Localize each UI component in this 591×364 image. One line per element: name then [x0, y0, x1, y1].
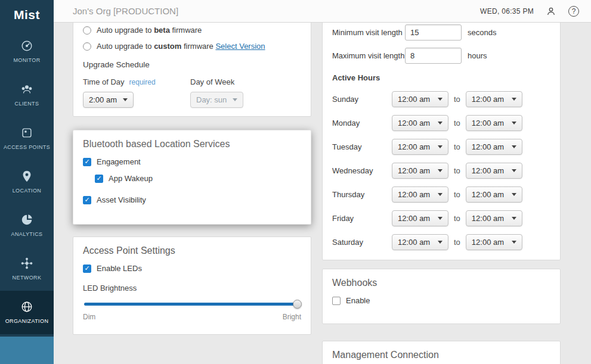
day-to-dropdown[interactable]: 12:00 am	[466, 91, 522, 107]
datetime-text: WED, 06:35 PM	[480, 7, 534, 15]
sidebar-item-analytics[interactable]: ANALYTICS	[0, 204, 54, 247]
slider-labels: Dim Bright	[83, 313, 301, 321]
sidebar-item-label: LOCATION	[10, 188, 44, 194]
day-name: Friday	[332, 214, 392, 223]
app-wakeup-checkbox[interactable]	[95, 175, 103, 183]
firmware-upgrade-card: Auto upgrade to beta firmware Auto upgra…	[73, 23, 311, 117]
radio-label: Auto upgrade to custom firmware Select V…	[97, 42, 265, 51]
top-header: Jon's Org [PRODUCTION] WED, 06:35 PM	[54, 0, 591, 23]
to-label: to	[454, 238, 460, 247]
asset-visibility-row: Asset Visibility	[83, 195, 301, 204]
sidebar-item-clients[interactable]: CLIENTS	[0, 73, 54, 117]
day-of-week-dropdown: Day: sun	[190, 92, 243, 108]
sidebar-item-location[interactable]: LOCATION	[0, 160, 54, 204]
engagement-row: Engagement	[83, 157, 301, 166]
upgrade-schedule-label: Upgrade Schedule	[83, 60, 301, 69]
day-row-saturday: Saturday 12:00 am to 12:00 am	[332, 230, 550, 254]
day-to-dropdown[interactable]: 12:00 am	[466, 186, 522, 203]
access-points-icon	[20, 126, 34, 140]
chevron-down-icon	[512, 169, 516, 172]
day-row-wednesday: Wednesday 12:00 am to 12:00 am	[332, 158, 550, 182]
webhooks-enable-checkbox[interactable]	[332, 297, 341, 305]
radio-label: Auto upgrade to beta firmware	[97, 26, 202, 35]
day-name: Monday	[332, 119, 392, 127]
day-to-dropdown[interactable]: 12:00 am	[466, 210, 522, 226]
app-root: Mist MONITOR CLIENTS ACCESS POINTS LOCAT…	[0, 0, 591, 364]
day-of-week-field: Day of Week Day: sun	[190, 77, 298, 108]
custom-firmware-radio[interactable]	[83, 42, 91, 51]
to-label: to	[454, 119, 460, 127]
chevron-down-icon	[438, 241, 443, 244]
min-visit-label: Minimum visit length	[332, 28, 405, 37]
day-from-dropdown[interactable]: 12:00 am	[392, 210, 448, 226]
day-name: Sunday	[332, 95, 392, 104]
max-visit-input[interactable]	[405, 48, 462, 64]
network-icon	[20, 256, 34, 270]
checkbox-label: Asset Visibility	[97, 195, 146, 204]
sidebar-item-label: ACCESS POINTS	[1, 144, 52, 151]
sidebar-item-label: ORGANIZATION	[3, 318, 51, 325]
chevron-down-icon	[438, 217, 443, 220]
led-brightness-slider[interactable]	[84, 300, 300, 309]
day-name: Thursday	[332, 190, 392, 199]
sidebar-footer	[0, 337, 54, 364]
mist-logo[interactable]: Mist	[0, 0, 54, 30]
chevron-down-icon	[438, 122, 443, 125]
sidebar: Mist MONITOR CLIENTS ACCESS POINTS LOCAT…	[0, 0, 54, 364]
select-version-link[interactable]: Select Version	[215, 42, 265, 51]
management-card-title: Management Connection	[332, 350, 550, 360]
chevron-down-icon	[512, 145, 516, 148]
day-to-dropdown[interactable]: 12:00 am	[466, 139, 522, 155]
sidebar-item-label: CLIENTS	[13, 101, 42, 107]
day-from-dropdown[interactable]: 12:00 am	[392, 234, 448, 250]
day-from-dropdown[interactable]: 12:00 am	[392, 91, 448, 107]
sidebar-item-monitor[interactable]: MONITOR	[0, 30, 54, 73]
asset-visibility-checkbox[interactable]	[83, 196, 91, 204]
enable-leds-checkbox[interactable]	[83, 265, 91, 273]
engagement-checkbox[interactable]	[83, 158, 91, 166]
beta-firmware-radio[interactable]	[83, 26, 91, 35]
chevron-down-icon	[438, 145, 443, 148]
slider-min-label: Dim	[83, 313, 95, 321]
webhooks-enable-row: Enable	[332, 296, 550, 305]
min-visit-input[interactable]	[405, 24, 462, 41]
day-from-dropdown[interactable]: 12:00 am	[392, 115, 448, 131]
app-wakeup-row: App Wakeup	[95, 174, 301, 183]
day-name: Tuesday	[332, 142, 392, 151]
sidebar-item-label: MONITOR	[11, 57, 42, 64]
led-brightness-slider-handle[interactable]	[293, 300, 302, 309]
day-to-dropdown[interactable]: 12:00 am	[466, 163, 522, 179]
day-from-dropdown[interactable]: 12:00 am	[392, 139, 448, 155]
day-from-dropdown[interactable]: 12:00 am	[392, 186, 448, 203]
to-label: to	[454, 142, 460, 151]
gauge-icon	[20, 39, 34, 53]
to-label: to	[454, 190, 460, 199]
webhooks-card: Webhooks Enable	[322, 269, 561, 324]
day-row-tuesday: Tuesday 12:00 am to 12:00 am	[332, 135, 550, 158]
help-icon[interactable]	[568, 6, 579, 17]
checkbox-label: App Wakeup	[109, 174, 153, 183]
organization-icon	[20, 300, 34, 314]
left-column: Auto upgrade to beta firmware Auto upgra…	[73, 23, 311, 335]
to-label: to	[454, 214, 460, 223]
user-icon[interactable]	[546, 6, 556, 17]
day-to-dropdown[interactable]: 12:00 am	[466, 115, 522, 131]
upgrade-schedule-row: Time of Dayrequired 2:00 am Day of Week …	[83, 77, 301, 108]
sidebar-item-access-points[interactable]: ACCESS POINTS	[0, 117, 54, 160]
day-row-sunday: Sunday 12:00 am to 12:00 am	[332, 87, 550, 111]
slider-track[interactable]	[84, 303, 300, 306]
led-brightness-label: LED Brightness	[83, 284, 301, 293]
chevron-down-icon	[438, 169, 443, 172]
clients-icon	[20, 82, 34, 97]
chevron-down-icon	[123, 98, 128, 101]
chevron-down-icon	[512, 98, 516, 101]
time-of-day-dropdown[interactable]: 2:00 am	[83, 92, 134, 108]
day-from-dropdown[interactable]: 12:00 am	[392, 163, 448, 179]
right-column: Minimum visit length seconds Maximum vis…	[322, 23, 561, 364]
slider-max-label: Bright	[283, 313, 301, 321]
day-to-dropdown[interactable]: 12:00 am	[466, 234, 522, 250]
header-right: WED, 06:35 PM	[480, 6, 579, 17]
sidebar-item-network[interactable]: NETWORK	[0, 247, 54, 291]
sidebar-item-organization[interactable]: ORGANIZATION	[0, 291, 54, 334]
time-of-day-label: Time of Dayrequired	[83, 77, 190, 86]
